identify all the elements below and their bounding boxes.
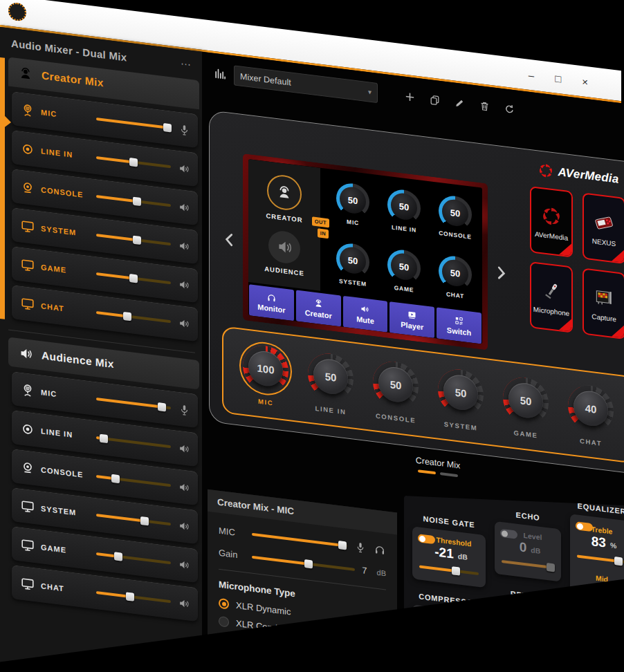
mixer-knob-mic[interactable]: 100 MIC [236, 340, 295, 410]
switch-grid-icon [454, 315, 464, 327]
gain-slider[interactable] [252, 552, 355, 574]
compressor-slider[interactable] [419, 640, 479, 657]
pager-dot-active[interactable] [418, 469, 436, 474]
channel-label: GAME [41, 543, 91, 557]
mic-channel-icon [20, 102, 35, 120]
treble-slider[interactable] [577, 551, 624, 567]
chat-volume-slider[interactable] [96, 308, 171, 326]
creator-headset-icon [275, 183, 293, 203]
line-in-icon [20, 141, 35, 158]
channel-label: CONSOLE [41, 465, 91, 480]
linein-volume-slider[interactable] [96, 433, 171, 451]
app-tile-nexus[interactable]: NEXUS [582, 192, 624, 264]
mic-volume-slider[interactable] [96, 114, 171, 133]
audience-mix-section: Audience Mix MIC LINE IN CONSOLE [0, 336, 202, 622]
device-display: CREATOR AUDIENCE OUT IN [243, 153, 488, 350]
screen-knob-mic[interactable]: 50 MIC [336, 182, 369, 228]
creator-select-button[interactable] [267, 173, 302, 212]
reverb-slider[interactable] [502, 636, 554, 652]
speaker-icon[interactable] [178, 239, 191, 253]
console-volume-slider[interactable] [96, 472, 171, 490]
headphones-icon[interactable] [374, 543, 386, 557]
gain-unit: dB [377, 568, 386, 577]
next-device-chevron[interactable] [492, 263, 510, 283]
mixer-knob-system[interactable]: 50 SYSTEM [431, 364, 490, 433]
echo-slider[interactable] [502, 557, 554, 572]
brand-name: AVerMedia [558, 165, 619, 187]
minimize-button[interactable]: – [529, 69, 534, 80]
pager-dot[interactable] [440, 472, 458, 477]
speaker-icon[interactable] [178, 480, 191, 494]
console-icon [20, 460, 35, 477]
mixer-bars-icon [213, 66, 227, 81]
edit-preset-button[interactable] [454, 97, 466, 110]
main-area: Mixer Default ▾ [202, 52, 624, 672]
sidebar-menu-icon[interactable]: ⋯ [181, 57, 192, 71]
detail-mic-slider[interactable] [252, 530, 347, 551]
player-button[interactable]: Player [389, 301, 434, 338]
radio-icon [219, 634, 229, 646]
screen-knob-game[interactable]: 50 GAME [387, 248, 421, 295]
screenshot-stage: – □ × Audio Mixer - Dual Mix ⋯ Creator M… [0, 0, 624, 672]
speaker-icon[interactable] [178, 316, 191, 330]
close-button[interactable]: × [582, 76, 588, 87]
mixer-knob-game[interactable]: 50 GAME [496, 372, 556, 442]
echo-card: Level 0dB [495, 521, 561, 582]
switch-button[interactable]: Switch [437, 308, 481, 344]
preset-value: Mixer Default [240, 71, 291, 87]
screen-knob-system[interactable]: 50 SYSTEM [336, 242, 369, 288]
speaker-icon[interactable] [178, 596, 191, 610]
monitor-button[interactable]: Monitor [249, 284, 294, 321]
app-tile-capture[interactable]: Capture [582, 268, 624, 339]
speaker-icon[interactable] [178, 161, 191, 176]
console-volume-slider[interactable] [96, 192, 171, 210]
mixer-knob-linein[interactable]: 50 LINE IN [301, 348, 360, 418]
game-volume-slider[interactable] [96, 549, 171, 568]
system-volume-slider[interactable] [96, 510, 171, 529]
add-preset-button[interactable] [404, 91, 416, 104]
mic-icon[interactable] [178, 122, 191, 137]
channel-label: MIC [41, 108, 91, 122]
maximize-button[interactable]: □ [555, 73, 561, 84]
chat-volume-slider[interactable] [96, 588, 171, 606]
linein-volume-slider[interactable] [96, 153, 171, 171]
chat-monitor-icon [20, 296, 35, 313]
mixer-knob-console[interactable]: 50 CONSOLE [366, 356, 425, 426]
game-volume-slider[interactable] [96, 269, 171, 288]
person-icon [313, 298, 324, 310]
mid-slider[interactable] [577, 599, 624, 615]
channel-label: CHAT [41, 581, 91, 596]
audience-select-label: AUDIENCE [264, 265, 304, 277]
channel-label: SYSTEM [41, 504, 91, 519]
system-volume-slider[interactable] [96, 230, 171, 249]
bass-slider[interactable] [577, 648, 624, 664]
speaker-icon[interactable] [178, 557, 191, 572]
speaker-icon[interactable] [178, 441, 191, 456]
screen-knob-console[interactable]: 50 CONSOLE [439, 194, 472, 241]
mute-button[interactable]: Mute [343, 296, 388, 333]
creator-mix-section: Creator Mix MIC LINE IN CONSOLE [0, 56, 202, 342]
app-tile-microphone[interactable]: Microphone [530, 261, 573, 333]
mic-volume-slider[interactable] [96, 394, 171, 413]
effects-panel: ⋯ NOISE GATE Threshold -21dB COMPRESSOR [405, 496, 624, 672]
gain-label: Gain [219, 548, 245, 561]
speaker-icon[interactable] [178, 277, 191, 292]
screen-knob-chat[interactable]: 50 CHAT [439, 254, 472, 301]
mic-icon[interactable] [354, 541, 367, 554]
speaker-icon[interactable] [178, 519, 191, 533]
prev-device-chevron[interactable] [221, 230, 239, 250]
delete-preset-button[interactable] [479, 100, 490, 113]
preset-select[interactable]: Mixer Default ▾ [234, 66, 378, 104]
duplicate-preset-button[interactable] [429, 93, 441, 106]
reset-preset-button[interactable] [504, 102, 515, 115]
audience-select-button[interactable] [268, 230, 300, 265]
mixer-knob-chat[interactable]: 40 CHAT [561, 380, 621, 450]
app-tile-avermedia[interactable]: AVerMedia [530, 186, 573, 258]
noise-gate-slider[interactable] [419, 561, 479, 579]
game-monitor-icon [20, 537, 35, 554]
audience-speaker-icon [18, 345, 33, 362]
mic-icon[interactable] [178, 402, 191, 417]
creator-button[interactable]: Creator [296, 290, 341, 327]
screen-knob-linein[interactable]: 50 LINE IN [387, 188, 421, 234]
speaker-icon[interactable] [178, 200, 191, 214]
